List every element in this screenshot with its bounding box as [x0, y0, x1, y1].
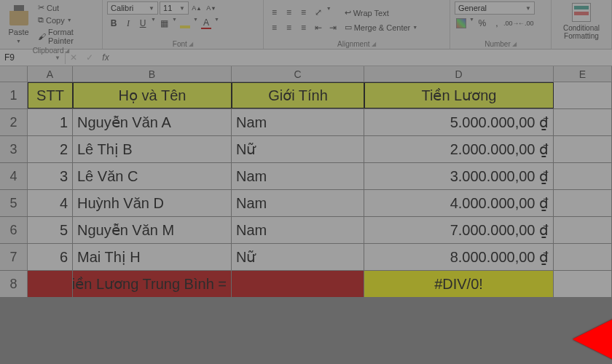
cell[interactable]: Nam [232, 217, 364, 243]
align-right-button[interactable]: ≡ [297, 21, 310, 34]
row-header[interactable]: 5 [0, 190, 28, 216]
cell[interactable]: Nữ [232, 136, 364, 162]
cell[interactable]: STT [28, 82, 73, 108]
font-color-button[interactable]: A [200, 17, 213, 30]
comma-button[interactable]: , [490, 17, 503, 30]
row-header[interactable]: 2 [0, 109, 28, 135]
cell[interactable] [554, 136, 612, 162]
cell[interactable] [554, 109, 612, 135]
cell[interactable]: Huỳnh Văn D [73, 190, 232, 216]
cell[interactable]: Mai Thị H [73, 244, 232, 270]
increase-font-button[interactable]: A▲ [190, 1, 203, 15]
increase-indent-button[interactable]: ⇥ [326, 21, 340, 34]
cell[interactable]: 4.000.000,00 ₫ [364, 190, 554, 216]
row-header[interactable]: 6 [0, 217, 28, 243]
row-header[interactable]: 8 [0, 271, 28, 297]
cell[interactable]: 5.000.000,00 ₫ [364, 109, 554, 135]
cell-avg-value[interactable]: #DIV/0! [364, 271, 554, 297]
wrap-text-button[interactable]: ↩Wrap Text [342, 7, 420, 19]
cell[interactable]: Nam [232, 190, 364, 216]
decrease-indent-button[interactable]: ⇤ [312, 21, 325, 34]
cell[interactable]: Nam [232, 163, 364, 189]
cut-button[interactable]: ✂Cut [36, 1, 98, 14]
fx-icon[interactable]: fx [98, 52, 114, 63]
row-header[interactable]: 7 [0, 244, 28, 270]
underline-button[interactable]: U [136, 17, 149, 30]
chevron-down-icon[interactable]: ▼ [326, 6, 332, 19]
cell[interactable]: 2.000.000,00 ₫ [364, 136, 554, 162]
row-header[interactable]: 4 [0, 163, 28, 189]
align-left-button[interactable]: ≡ [268, 21, 281, 34]
cell[interactable]: Nguyễn Văn M [73, 217, 232, 243]
cell[interactable]: 2 [28, 136, 73, 162]
cell[interactable] [554, 163, 612, 189]
cell[interactable] [554, 190, 612, 216]
cell[interactable]: 3.000.000,00 ₫ [364, 163, 554, 189]
merge-center-button[interactable]: ▭Merge & Center▼ [342, 21, 420, 33]
chevron-down-icon[interactable]: ▼ [172, 17, 177, 30]
fill-color-button[interactable] [178, 17, 192, 30]
cancel-formula-button[interactable]: ✕ [66, 52, 82, 63]
chevron-down-icon[interactable]: ▼ [147, 5, 156, 12]
select-all-button[interactable] [0, 66, 28, 82]
column-header-b[interactable]: B [73, 66, 232, 82]
formula-input[interactable] [114, 51, 612, 64]
column-header-c[interactable]: C [232, 66, 364, 82]
cell[interactable] [232, 271, 364, 297]
align-top-button[interactable]: ≡ [268, 6, 281, 19]
align-center-button[interactable]: ≡ [283, 21, 296, 34]
borders-button[interactable]: ▦ [157, 17, 170, 30]
dialog-launcher-icon[interactable]: ◢ [372, 41, 376, 47]
italic-button[interactable]: I [122, 17, 135, 30]
bold-button[interactable]: B [107, 17, 120, 30]
chevron-down-icon[interactable]: ▼ [55, 55, 60, 61]
cell[interactable]: Giới Tính [232, 82, 364, 108]
number-format-combo[interactable]: ▼ [455, 1, 535, 15]
chevron-down-icon[interactable]: ▼ [178, 5, 187, 12]
column-header-e[interactable]: E [554, 66, 612, 82]
cell[interactable]: 5 [28, 217, 73, 243]
percent-button[interactable]: % [476, 17, 489, 30]
chevron-down-icon[interactable]: ▼ [193, 17, 198, 30]
chevron-down-icon[interactable]: ▼ [151, 17, 156, 30]
orientation-button[interactable]: ⤢ [312, 6, 325, 19]
align-bottom-button[interactable]: ≡ [297, 6, 310, 19]
row-header[interactable]: 1 [0, 82, 28, 108]
cell[interactable]: 8.000.000,00 ₫ [364, 244, 554, 270]
cell[interactable]: 4 [28, 190, 73, 216]
copy-button[interactable]: ⧉Copy▼ [36, 14, 98, 26]
cell[interactable]: Tiền Lương [364, 82, 554, 108]
cell[interactable]: Họ và Tên [73, 82, 232, 108]
font-name-input[interactable] [109, 4, 147, 12]
cell[interactable]: Nguyễn Văn A [73, 109, 232, 135]
paste-button[interactable]: Paste ▼ [4, 4, 33, 45]
align-middle-button[interactable]: ≡ [283, 6, 296, 19]
cell[interactable] [554, 271, 612, 297]
cell[interactable]: 6 [28, 244, 73, 270]
font-size-input[interactable] [162, 4, 178, 12]
chevron-down-icon[interactable]: ▼ [524, 5, 533, 12]
cell[interactable]: Nữ [232, 244, 364, 270]
cell[interactable] [28, 271, 73, 297]
cell[interactable]: Lê Thị B [73, 136, 232, 162]
cell[interactable] [554, 217, 612, 243]
chevron-down-icon[interactable]: ▼ [469, 17, 474, 30]
font-name-combo[interactable]: ▼ [107, 1, 158, 15]
cell[interactable]: 3 [28, 163, 73, 189]
cell[interactable]: Lê Văn C [73, 163, 232, 189]
chevron-down-icon[interactable]: ▼ [214, 17, 219, 30]
dialog-launcher-icon[interactable]: ◢ [512, 41, 517, 47]
column-header-a[interactable]: A [28, 66, 73, 82]
column-header-d[interactable]: D [364, 66, 554, 82]
enter-formula-button[interactable]: ✓ [82, 52, 98, 63]
dialog-launcher-icon[interactable]: ◢ [189, 41, 193, 47]
conditional-formatting-button[interactable]: Conditional Formatting [556, 1, 607, 41]
cell-avg-label[interactable]: Tiền Lương Trung Bình = [73, 271, 232, 297]
row-header[interactable]: 3 [0, 136, 28, 162]
cell[interactable]: Nam [232, 109, 364, 135]
decrease-decimal-button[interactable]: ←.00 [519, 17, 533, 30]
increase-decimal-button[interactable]: .00→ [505, 17, 518, 30]
cell[interactable]: 1 [28, 109, 73, 135]
number-format-input[interactable] [457, 4, 524, 12]
cell[interactable]: 7.000.000,00 ₫ [364, 217, 554, 243]
